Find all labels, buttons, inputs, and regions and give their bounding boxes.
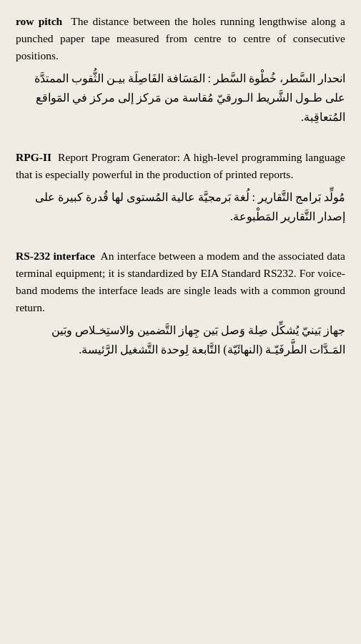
gap-2 xyxy=(16,238,345,248)
entry-rs232: RS-232 interface An interface between a … xyxy=(16,248,345,359)
entry-rs232-en: RS-232 interface An interface between a … xyxy=(16,248,345,316)
definition-rpg-ii-en: Report Program Generator: A high-level p… xyxy=(16,151,345,180)
page: row pitch The distance between the holes… xyxy=(0,0,361,644)
entry-rpg-ii-en: RPG-II Report Program Generator: A high-… xyxy=(16,149,345,183)
entry-row-pitch-en: row pitch The distance between the holes… xyxy=(16,13,345,64)
gap-1 xyxy=(16,139,345,149)
entry-rpg-ii-ar: مُولِّد بَرامج التَّقارير : لُغة بَرمجيَ… xyxy=(16,187,345,226)
term-row-pitch: row pitch xyxy=(16,15,62,27)
term-rs232: RS-232 interface xyxy=(16,250,95,262)
entry-rpg-ii: RPG-II Report Program Generator: A high-… xyxy=(16,149,345,226)
entry-rs232-ar: جهاز بَينيّ يُشكِّل صِلة وَصل بَين جِهاز… xyxy=(16,321,345,359)
entry-row-pitch-ar: انحدار السَّطر، خُطْوة السَّطر : المَسَا… xyxy=(16,69,345,127)
entry-row-pitch: row pitch The distance between the holes… xyxy=(16,13,345,127)
term-rpg-ii: RPG-II xyxy=(16,151,51,163)
definition-row-pitch-en: The distance between the holes running l… xyxy=(16,15,345,62)
